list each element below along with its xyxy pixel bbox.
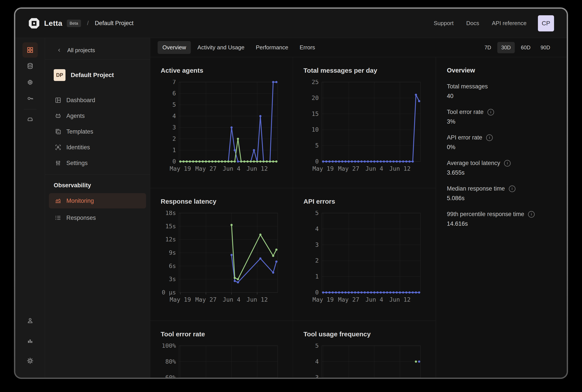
identity-icon — [54, 144, 62, 151]
rail-bottom-group — [22, 313, 38, 369]
database-icon[interactable] — [22, 58, 38, 74]
docs-link[interactable]: Docs — [466, 20, 479, 27]
line-chart: 012345May 19May 27Jun 4Jun 12 — [304, 211, 422, 305]
metric-value: 40 — [447, 93, 558, 100]
sidebar-item-label: Identities — [66, 144, 90, 151]
svg-text:0 µs: 0 µs — [162, 289, 176, 296]
sidebar-item-label: Agents — [66, 112, 85, 120]
sidebar-item-identities[interactable]: Identities — [45, 140, 150, 155]
range-30d[interactable]: 30D — [497, 42, 515, 53]
bar-chart-icon[interactable] — [22, 333, 38, 348]
sidebar-item-templates[interactable]: Templates — [45, 124, 150, 140]
breadcrumb-project[interactable]: Default Project — [95, 20, 134, 27]
metric-value: 3% — [447, 118, 558, 125]
line-chart: 012345May 19May 27Jun 4Jun 12 — [304, 344, 422, 378]
metric-label: Average tool latency — [447, 160, 500, 166]
sliders-icon — [54, 160, 62, 166]
sidebar-item-agents[interactable]: Agents — [45, 108, 150, 124]
metric-label: Total messages — [447, 83, 488, 90]
svg-text:5: 5 — [315, 211, 319, 216]
svg-text:Jun 4: Jun 4 — [223, 165, 240, 172]
app-window: Letta Beta / Default Project Support Doc… — [15, 9, 567, 378]
person-icon[interactable] — [22, 313, 38, 328]
project-avatar: DP — [54, 69, 66, 81]
chart-title: Tool usage frequency — [304, 330, 423, 338]
api-reference-link[interactable]: API reference — [492, 20, 526, 27]
svg-text:6: 6 — [172, 90, 176, 97]
svg-text:5: 5 — [315, 142, 319, 149]
icon-rail — [15, 38, 45, 378]
back-label: All projects — [67, 47, 95, 54]
tab-bar: Overview Activity and Usage Performance … — [150, 38, 567, 57]
line-chart: 0%20%40%60%80%100%May 19May 27Jun 4Jun 1… — [161, 344, 280, 378]
project-name: Default Project — [71, 72, 114, 78]
line-chart: 0510152025May 19May 27Jun 4Jun 12 — [304, 80, 422, 174]
grid-icon[interactable] — [22, 42, 38, 58]
info-icon[interactable]: i — [528, 211, 535, 218]
range-60d[interactable]: 60D — [517, 42, 534, 53]
chart-tool-usage-frequency: Tool usage frequency 012345May 19May 27J… — [293, 321, 436, 378]
sidebar-item-settings[interactable]: Settings — [45, 155, 150, 171]
main-content: Overview Activity and Usage Performance … — [150, 38, 567, 378]
sidebar-item-dashboard[interactable]: Dashboard — [45, 92, 150, 108]
svg-text:0: 0 — [315, 158, 319, 165]
chart-title: Active agents — [161, 67, 280, 74]
metric-value: 5.086s — [447, 195, 558, 202]
info-icon[interactable]: i — [509, 186, 516, 192]
svg-text:2: 2 — [172, 135, 176, 142]
svg-text:5: 5 — [172, 101, 176, 108]
metric-average-tool-latency: Average tool latencyi 3.655s — [447, 160, 558, 176]
svg-text:15s: 15s — [165, 223, 176, 230]
sidebar-item-label: Monitoring — [66, 198, 94, 204]
tab-overview[interactable]: Overview — [158, 41, 191, 54]
tab-performance[interactable]: Performance — [251, 41, 293, 54]
svg-text:0: 0 — [172, 158, 176, 165]
svg-text:6s: 6s — [169, 262, 176, 269]
all-projects-back[interactable]: All projects — [45, 44, 150, 57]
svg-text:15: 15 — [312, 110, 319, 117]
charts-grid: Active agents 01234567May 19May 27Jun 4J… — [150, 57, 436, 378]
chart-title: API errors — [304, 198, 423, 205]
svg-text:7: 7 — [172, 80, 176, 85]
svg-text:1: 1 — [172, 147, 176, 154]
chart-title: Total messages per day — [304, 67, 423, 74]
svg-text:4: 4 — [315, 226, 319, 232]
tab-errors[interactable]: Errors — [295, 41, 320, 54]
server-icon[interactable] — [22, 112, 38, 127]
svg-text:Jun 4: Jun 4 — [366, 165, 383, 172]
sidebar-item-responses[interactable]: Responses — [49, 210, 146, 226]
top-nav: Support Docs API reference — [434, 20, 526, 27]
support-link[interactable]: Support — [434, 20, 454, 27]
gear-icon[interactable] — [22, 353, 38, 368]
list-icon — [54, 214, 62, 221]
tab-activity-and-usage[interactable]: Activity and Usage — [192, 41, 249, 54]
svg-text:80%: 80% — [165, 358, 176, 365]
sidebar-item-label: Responses — [66, 214, 96, 221]
dashboard-icon — [54, 97, 62, 104]
key-icon[interactable] — [22, 91, 38, 106]
range-7d[interactable]: 7D — [480, 42, 495, 53]
svg-text:May 27: May 27 — [196, 296, 217, 303]
metric-value: 0% — [447, 144, 558, 150]
metric-tool-error-rate: Tool error ratei 3% — [447, 109, 558, 125]
project-header[interactable]: DP Default Project — [54, 69, 150, 81]
info-icon[interactable]: i — [504, 160, 510, 166]
info-icon[interactable]: i — [486, 134, 493, 141]
chart-title: Response latency — [161, 198, 280, 205]
metric-api-error-rate: API error ratei 0% — [447, 134, 558, 150]
svg-text:May 19: May 19 — [170, 296, 191, 303]
metric-label: 99th percentile response time — [447, 211, 524, 218]
svg-text:Jun 12: Jun 12 — [389, 296, 411, 303]
chart-total-messages: Total messages per day 0510152025May 19M… — [293, 57, 436, 188]
user-avatar[interactable]: CP — [538, 15, 554, 32]
cpu-icon[interactable] — [22, 75, 38, 90]
range-90d[interactable]: 90D — [536, 42, 554, 53]
svg-text:1: 1 — [315, 273, 319, 280]
sidebar-item-monitoring[interactable]: Monitoring — [49, 193, 146, 208]
observability-section-label: Observability — [54, 182, 150, 189]
svg-text:May 27: May 27 — [196, 165, 217, 172]
sidebar-divider — [45, 59, 150, 60]
metric-value: 14.616s — [447, 220, 558, 227]
info-icon[interactable]: i — [488, 109, 494, 116]
svg-text:3: 3 — [172, 124, 176, 131]
